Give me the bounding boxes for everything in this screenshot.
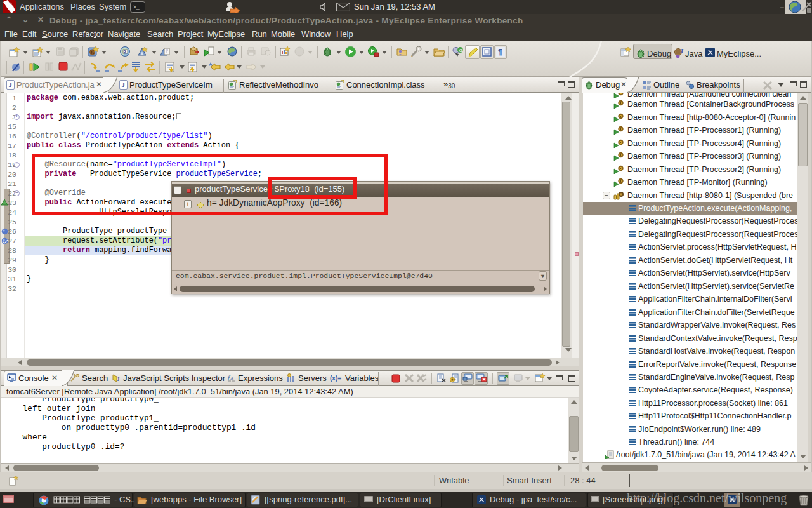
svg-text:>_: >_: [133, 4, 140, 11]
svg-text:J: J: [680, 48, 684, 55]
svg-text:J: J: [122, 81, 126, 88]
svg-text:J: J: [117, 376, 120, 382]
svg-text:¶: ¶: [498, 48, 502, 57]
svg-text:ƒx: ƒx: [227, 373, 234, 381]
svg-text:G: G: [459, 48, 462, 53]
svg-text:J: J: [9, 81, 13, 88]
